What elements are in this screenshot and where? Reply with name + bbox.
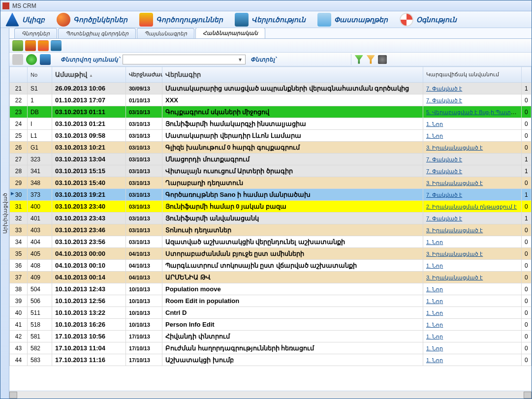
table-row[interactable]: 26G103.10.2013 10:2103/10/13Գլիզե խանութ… — [10, 142, 532, 153]
status-link[interactable]: 1. Նոր — [426, 298, 443, 304]
tab-contracts[interactable]: Պայմանագրեր — [137, 28, 194, 38]
cell-status: 1. Նոր — [423, 236, 522, 248]
table-row[interactable]: 2834103.10.2013 15:1503/10/13Վիտալայն ու… — [10, 165, 532, 177]
cell-title: Ղարաբաղի դեղատուն — [162, 177, 423, 189]
pyramid-icon — [5, 13, 19, 27]
hscrollbar[interactable] — [9, 391, 532, 399]
funnel-orange-icon[interactable] — [366, 55, 375, 64]
cell-no: 401 — [28, 213, 52, 224]
cell-enddate: 04/10/13 — [126, 248, 162, 260]
status-link[interactable]: 7. Փակված է — [426, 192, 462, 198]
table-row[interactable]: 22101.10.2013 17:0701/10/13XXX7. Փակված … — [10, 94, 532, 106]
status-link[interactable]: 1. Նոր — [426, 286, 443, 292]
col-last[interactable] — [522, 67, 532, 83]
ribbon: Սկիզբ Գործընկերներ Գործողություններ Վերլ… — [0, 11, 532, 28]
table-row[interactable]: 4258117.10.2013 10:5617/10/13Հիվանդի փնտ… — [10, 331, 532, 342]
cell-date: 17.10.2013 11:04 — [52, 342, 126, 354]
side-tab[interactable]: Արխիվացված — [0, 28, 9, 399]
cell-rownum: 34 — [10, 236, 28, 248]
status-link[interactable]: 7. Փակված է — [426, 86, 462, 92]
status-link[interactable]: 3. Իրականացված է — [426, 180, 483, 186]
edit-button[interactable] — [25, 40, 36, 51]
cell-date: 03.10.2013 23:43 — [52, 213, 126, 224]
table-row[interactable]: 21S126.09.2013 10:0630/09/13Մատակարարից … — [10, 83, 532, 94]
table-row[interactable]: 4458317.10.2013 11:1617/10/13Աշխատակցի խ… — [10, 354, 532, 366]
table-row[interactable]: 4358217.10.2013 11:0417/10/13Բուժման հաղ… — [10, 342, 532, 354]
cell-title: Ազատված աշխատակցին վերընդունել աշխատանքի — [162, 236, 423, 248]
filter-search-input[interactable] — [279, 55, 348, 64]
network-icon[interactable] — [378, 55, 387, 64]
cell-date: 04.10.2013 00:10 — [52, 260, 126, 272]
table-row[interactable]: 3037303.10.2013 19:2103/10/13Գործառույթն… — [10, 189, 532, 201]
table-row[interactable]: 3950610.10.2013 12:5610/10/13Room Edit i… — [10, 295, 532, 307]
table-row[interactable]: 4051110.10.2013 13:2210/10/13Cntrl D1. Ն… — [10, 307, 532, 319]
table-row[interactable]: 3640804.10.2013 00:1004/10/13Պարգևատրում… — [10, 260, 532, 272]
status-link[interactable]: 1. Նոր — [426, 345, 443, 351]
refresh-icon[interactable] — [40, 54, 51, 65]
ribbon-analysis[interactable]: Վերլուծություն — [235, 13, 306, 27]
table-row[interactable]: 23DB03.10.2013 01:1103/10/13Գույքագրում … — [10, 106, 532, 118]
table-row[interactable]: 3340303.10.2013 23:4603/10/13Տոնուսի դեղ… — [10, 224, 532, 236]
filter-column-select[interactable]: ▾ — [123, 55, 246, 64]
col-rownum[interactable] — [10, 67, 28, 83]
funnel-green-icon[interactable] — [354, 55, 363, 64]
ribbon-partners[interactable]: Գործընկերներ — [57, 13, 127, 27]
cell-last: 0 — [522, 307, 532, 319]
ribbon-docs[interactable]: Փաստաթղթեր — [317, 13, 388, 27]
status-link[interactable]: 1. Նոր — [426, 322, 443, 328]
col-title[interactable]: Վերնագիր — [162, 67, 423, 83]
table-row[interactable]: 4151810.10.2013 16:2610/10/13Person Info… — [10, 319, 532, 331]
cell-rownum: 39 — [10, 295, 28, 307]
table-row[interactable]: 3240103.10.2013 23:4303/10/13Յունիֆարմի … — [10, 213, 532, 224]
ribbon-home[interactable]: Սկիզբ — [5, 13, 45, 27]
scroll-right-icon[interactable] — [524, 392, 532, 399]
cell-title: Վիտալայն ուսուցում Արտերի ծրագիր — [162, 165, 423, 177]
cell-last: 0 — [522, 236, 532, 248]
status-link[interactable]: 1. Նոր — [426, 239, 443, 245]
status-link[interactable]: 1. Նոր — [426, 263, 443, 269]
status-link[interactable]: 3. Իրականացված է — [426, 227, 483, 233]
col-date[interactable]: Ամսաթիվ▲ — [52, 67, 126, 83]
table-row[interactable]: 3140003.10.2013 23:4003/10/13Յունիֆարմի … — [10, 201, 532, 213]
table-row[interactable]: 2934803.10.2013 15:4003/10/13Ղարաբաղի դե… — [10, 177, 532, 189]
find-button[interactable] — [51, 40, 62, 51]
play-icon[interactable] — [26, 54, 37, 65]
status-link[interactable]: 7. Փակված է — [426, 215, 462, 221]
scroll-left-icon[interactable] — [9, 392, 17, 399]
status-link[interactable]: 2. Իրականացման ընթացքում է — [426, 204, 517, 210]
status-link[interactable]: 1. Նոր — [426, 357, 443, 363]
status-link[interactable]: 5. Վերաբացված է Bug-ի Պատճառով — [426, 109, 522, 116]
ribbon-help[interactable]: Օգնություն — [400, 13, 457, 27]
cell-no: 409 — [28, 272, 52, 283]
col-enddate[interactable]: Վերջնաժամ — [126, 67, 162, 83]
data-grid[interactable]: No Ամսաթիվ▲ Վերջնաժամ Վերնագիր Կարգավիճա… — [9, 66, 532, 391]
status-link[interactable]: 1. Նոր — [426, 133, 443, 139]
col-status[interactable]: Կարգավիճակ անվանում — [423, 67, 522, 83]
status-link[interactable]: 1. Նոր — [426, 310, 443, 316]
status-link[interactable]: 3. Իրականացված է — [426, 251, 483, 257]
table-row[interactable]: 2732303.10.2013 13:0403/10/13Մնացորդի մո… — [10, 153, 532, 165]
tab-assignment[interactable]: Հանձնարարական — [195, 28, 265, 38]
status-link[interactable]: 3. Իրականացված է — [426, 275, 483, 280]
table-row[interactable]: 3740904.10.2013 00:1404/10/13ԱՐՄԵՆԻԱ ԹՎ3… — [10, 272, 532, 283]
ribbon-ops[interactable]: Գործողություններ — [139, 13, 223, 27]
status-link[interactable]: 7. Փակված է — [426, 156, 462, 162]
cell-status: 7. Փակված է — [423, 153, 522, 165]
col-no[interactable]: No — [28, 67, 52, 83]
add-button[interactable] — [12, 40, 23, 51]
table-row[interactable]: 3540504.10.2013 00:0004/10/13Ստորաբաժանմ… — [10, 248, 532, 260]
cell-last: 0 — [522, 331, 532, 342]
status-link[interactable]: 7. Փակված է — [426, 97, 462, 103]
status-link[interactable]: 3. Իրականացված է — [426, 145, 483, 151]
tab-potential[interactable]: Պոտենցիալ գնորդներ — [58, 28, 136, 38]
status-link[interactable]: 1. Նոր — [426, 334, 443, 339]
table-row[interactable]: 3440403.10.2013 23:5603/10/13Ազատված աշխ… — [10, 236, 532, 248]
cell-date: 26.09.2013 10:06 — [52, 83, 126, 94]
status-link[interactable]: 7. Փակված է — [426, 168, 462, 174]
status-link[interactable]: 1. Նոր — [426, 121, 443, 127]
table-row[interactable]: 3850410.10.2013 12:4310/10/13Population … — [10, 283, 532, 295]
table-row[interactable]: 24I03.10.2013 01:2103/10/13Յունիֆարմի հա… — [10, 118, 532, 130]
open-button[interactable] — [38, 40, 49, 51]
table-row[interactable]: 25L103.10.2013 09:5803/10/13Մատակարարի վ… — [10, 130, 532, 142]
tab-buyers[interactable]: Գնորդներ — [14, 28, 57, 38]
